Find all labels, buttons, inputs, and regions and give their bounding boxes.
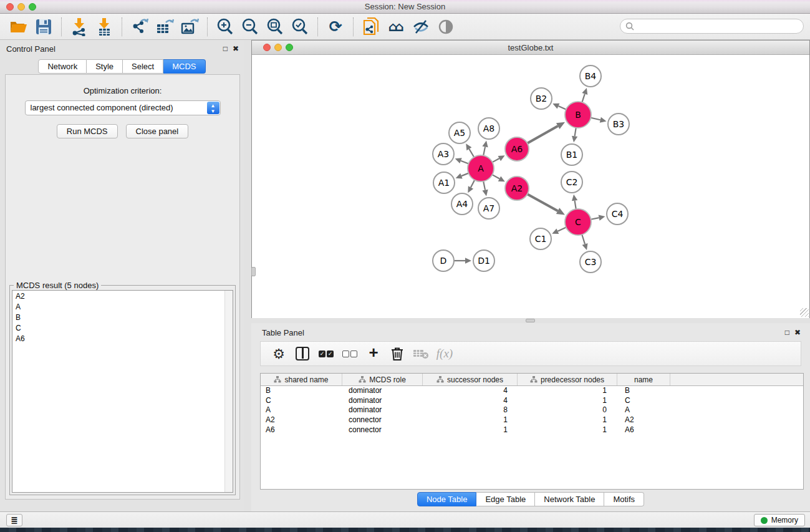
graph-node-C1[interactable]: C1 <box>530 228 551 249</box>
graph-node-A4[interactable]: A4 <box>451 193 473 215</box>
vertical-splitter-handle[interactable] <box>251 267 256 276</box>
graph-node-A3[interactable]: A3 <box>433 143 454 165</box>
graph-node-D[interactable]: D <box>433 250 454 271</box>
graph-edge[interactable] <box>575 201 576 210</box>
new-network-from-selection-icon[interactable] <box>360 16 382 37</box>
table-row[interactable]: Bdominator41B <box>261 386 803 396</box>
table-cell[interactable] <box>670 386 803 396</box>
close-window-button[interactable] <box>6 3 14 11</box>
table-cell[interactable]: 1 <box>518 425 617 435</box>
table-cell[interactable]: 4 <box>423 396 518 406</box>
unselect-all-columns-icon[interactable] <box>339 344 360 363</box>
graph-edge[interactable] <box>557 228 566 231</box>
export-network-icon[interactable] <box>129 16 150 37</box>
close-network-window-button[interactable] <box>263 44 271 51</box>
graph-edge[interactable] <box>528 126 558 143</box>
graph-node-B1[interactable]: B1 <box>561 144 582 165</box>
minimize-network-window-button[interactable] <box>274 44 282 51</box>
graph-edge[interactable] <box>591 218 599 220</box>
table-cell[interactable]: A <box>261 405 342 415</box>
graph-node-A6[interactable]: A6 <box>505 137 529 161</box>
tab-select[interactable]: Select <box>123 59 163 74</box>
cybrowser-home-icon[interactable]: ⌂⌂ <box>385 16 407 37</box>
table-cell[interactable]: A6 <box>261 425 342 435</box>
graph-edge[interactable] <box>528 194 558 211</box>
column-header-name[interactable]: name <box>617 374 670 385</box>
import-network-icon[interactable] <box>69 16 90 37</box>
table-cell[interactable]: connector <box>342 425 423 435</box>
split-panel-icon[interactable] <box>292 344 313 363</box>
mcds-result-item[interactable]: A2 <box>12 291 233 301</box>
close-table-panel-icon[interactable]: ✖ <box>794 328 801 337</box>
zoom-window-button[interactable] <box>29 3 36 11</box>
graph-node-A7[interactable]: A7 <box>478 198 499 219</box>
graph-edge[interactable] <box>582 235 585 244</box>
mcds-result-item[interactable]: A <box>12 301 233 312</box>
show-hide-graphics-icon[interactable] <box>410 16 432 37</box>
graph-node-C3[interactable]: C3 <box>580 251 601 273</box>
graph-node-A[interactable]: A <box>468 155 494 181</box>
import-table-icon[interactable] <box>94 16 115 37</box>
graph-edge[interactable] <box>582 94 584 102</box>
mcds-result-list[interactable]: A2ABCA6 <box>12 290 233 493</box>
graph-node-A5[interactable]: A5 <box>449 122 470 143</box>
table-cell[interactable]: 1 <box>518 386 617 396</box>
mcds-result-item[interactable]: B <box>12 312 233 322</box>
tab-node-table[interactable]: Node Table <box>417 492 477 506</box>
zoom-in-icon[interactable] <box>215 16 236 37</box>
table-row[interactable]: Adominator80A <box>261 405 803 415</box>
table-cell[interactable]: 0 <box>518 405 617 415</box>
graph-edge[interactable] <box>469 149 474 157</box>
mcds-result-item[interactable]: C <box>12 322 233 333</box>
column-header-predecessor-nodes[interactable]: predecessor nodes <box>518 374 617 385</box>
graph-node-A8[interactable]: A8 <box>478 118 499 139</box>
task-history-button[interactable]: ≣ <box>6 514 22 526</box>
tab-network[interactable]: Network <box>38 59 87 74</box>
table-cell[interactable]: A2 <box>617 415 670 425</box>
save-session-icon[interactable] <box>33 16 54 37</box>
graph-edge[interactable] <box>483 181 485 190</box>
graph-node-B[interactable]: B <box>565 102 591 128</box>
resize-grip[interactable] <box>800 308 809 317</box>
graph-node-C4[interactable]: C4 <box>607 203 628 225</box>
tab-motifs[interactable]: Motifs <box>604 492 644 506</box>
table-cell[interactable] <box>670 415 803 425</box>
table-cell[interactable]: dominator <box>342 405 423 415</box>
table-row[interactable]: A6connector11A6 <box>261 425 803 435</box>
zoom-fit-icon[interactable] <box>264 16 286 37</box>
close-panel-icon[interactable]: ✖ <box>233 44 239 53</box>
tab-network-table[interactable]: Network Table <box>535 492 604 506</box>
graph-edge[interactable] <box>492 175 499 178</box>
run-mcds-button[interactable]: Run MCDS <box>57 124 118 138</box>
mcds-result-item[interactable]: A6 <box>12 333 233 344</box>
horizontal-splitter-handle[interactable] <box>526 319 535 322</box>
graph-node-B4[interactable]: B4 <box>580 65 601 87</box>
table-cell[interactable]: B <box>617 386 670 396</box>
graph-node-C[interactable]: C <box>565 209 591 235</box>
minimize-window-button[interactable] <box>17 3 25 11</box>
graph-edge[interactable] <box>591 118 600 120</box>
float-table-panel-icon[interactable]: □ <box>785 328 789 337</box>
refresh-layout-icon[interactable]: ⟳ <box>325 16 346 37</box>
select-all-columns-icon[interactable]: ✓✓ <box>316 344 337 363</box>
open-file-icon[interactable] <box>8 16 29 37</box>
table-cell[interactable]: connector <box>342 415 423 425</box>
table-cell[interactable]: 8 <box>423 405 518 415</box>
column-header-shared-name[interactable]: shared name <box>261 374 342 385</box>
export-image-icon[interactable] <box>179 16 200 37</box>
zoom-out-icon[interactable] <box>239 16 261 37</box>
graph-edge[interactable] <box>461 173 468 176</box>
result-scrollbar[interactable] <box>224 291 233 492</box>
float-panel-icon[interactable]: □ <box>223 44 228 53</box>
table-cell[interactable]: A6 <box>617 425 670 435</box>
table-cell[interactable]: 4 <box>423 386 518 396</box>
close-panel-button[interactable]: Close panel <box>126 124 189 138</box>
graph-edge[interactable] <box>461 161 468 164</box>
table-cell[interactable]: dominator <box>342 396 423 406</box>
table-cell[interactable]: 1 <box>518 396 617 406</box>
graph-node-A1[interactable]: A1 <box>433 172 455 193</box>
network-window-titlebar[interactable]: testGlobe.txt <box>252 41 809 55</box>
graph-edge[interactable] <box>471 180 475 188</box>
tab-style[interactable]: Style <box>87 59 123 74</box>
graph-node-C2[interactable]: C2 <box>561 172 582 193</box>
